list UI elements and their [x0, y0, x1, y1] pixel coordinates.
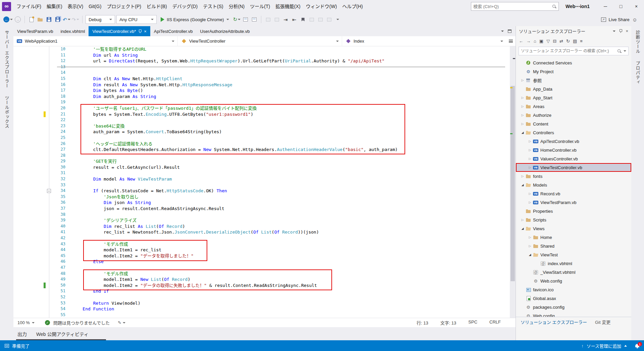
document-tab[interactable]: ApiTestController.vb	[150, 26, 197, 36]
tree-expand-icon[interactable]: ▷	[520, 113, 525, 117]
tree-item[interactable]: ▷Shared	[516, 242, 631, 250]
tree-item[interactable]: Properties	[516, 207, 631, 215]
close-icon[interactable]: ×	[144, 29, 147, 34]
menu-item[interactable]: テスト(S)	[200, 0, 226, 13]
background-tasks-icon[interactable]	[5, 344, 9, 348]
menu-item[interactable]: 表示(V)	[65, 0, 86, 13]
close-button[interactable]: ×	[629, 0, 644, 13]
comment-button[interactable]: ⇥	[282, 15, 289, 24]
tree-item[interactable]: Web.config	[516, 311, 631, 317]
tree-item[interactable]: ▷Scripts	[516, 215, 631, 224]
tree-item[interactable]: ▷fonts	[516, 172, 631, 181]
properties-icon[interactable]: ≡	[580, 39, 583, 43]
navigate-backward-code-button[interactable]	[273, 15, 280, 24]
tree-item[interactable]: ▷HomeController.vb	[516, 146, 631, 154]
save-all-button[interactable]	[54, 15, 61, 24]
nav-forward-icon[interactable]: →	[526, 39, 531, 43]
pending-filter-icon[interactable]: ▽	[546, 39, 550, 43]
menu-item[interactable]: 編集(E)	[44, 0, 65, 13]
quick-search-box[interactable]	[471, 2, 559, 11]
tool-window-tab[interactable]: サーバー エクスプローラー	[4, 30, 10, 88]
tree-item[interactable]: favicon.ico	[516, 285, 631, 294]
find-in-files-button[interactable]	[264, 15, 272, 24]
pin-icon[interactable]	[619, 29, 622, 33]
open-file-button[interactable]	[37, 15, 44, 24]
restart-button[interactable]: ↻	[233, 15, 241, 24]
refresh-icon[interactable]: ↻	[566, 39, 570, 43]
panel-tab[interactable]: 出力	[17, 331, 27, 337]
tree-expand-icon[interactable]: ▷	[520, 174, 525, 178]
tree-expand-icon[interactable]: ▷	[527, 244, 533, 248]
collapse-region-button[interactable]	[47, 189, 51, 193]
tree-expand-icon[interactable]: ▷	[520, 96, 525, 99]
tree-expand-icon[interactable]: ◢	[520, 183, 525, 187]
expand-up-icon[interactable]	[624, 345, 627, 347]
tree-item[interactable]: Global.asax	[516, 294, 631, 303]
line-ending-indicator[interactable]: CRLF	[489, 319, 501, 326]
uncomment-button[interactable]: ⇤	[290, 15, 298, 24]
maximize-button[interactable]: □	[613, 0, 629, 13]
tree-expand-icon[interactable]: ▷	[527, 192, 533, 195]
solution-search-box[interactable]	[519, 47, 629, 55]
tree-item[interactable]: ▷ApiTestController.vb	[516, 137, 631, 146]
float-window-icon[interactable]	[508, 30, 512, 33]
document-tab[interactable]: UserAuthorizeAttribute.vb	[196, 26, 253, 36]
tree-expand-icon[interactable]: ▷	[527, 236, 533, 239]
tree-expand-icon[interactable]: ▷	[520, 122, 525, 126]
tree-item[interactable]: ▷ViewTestController.vb	[516, 163, 631, 172]
tree-item[interactable]: ▷Authorize	[516, 111, 631, 119]
tree-expand-icon[interactable]: ▷	[527, 140, 533, 143]
split-editor-button[interactable]	[506, 36, 516, 46]
tree-item[interactable]: ▷Content	[516, 119, 631, 128]
tree-item[interactable]: ◢Models	[516, 181, 631, 189]
nav-back-icon[interactable]: ←	[519, 39, 523, 43]
tool-window-tab[interactable]: 診断ツール	[635, 30, 641, 54]
solution-explorer-header[interactable]: ソリューション エクスプローラー ×	[516, 26, 631, 36]
window-position-icon[interactable]	[613, 31, 615, 32]
class-dropdown[interactable]: ViewTestController	[178, 36, 342, 46]
switch-views-icon[interactable]: ▣	[539, 39, 543, 43]
active-files-dropdown-icon[interactable]	[501, 31, 504, 32]
menu-item[interactable]: デバッグ(D)	[170, 0, 200, 13]
solution-search-input[interactable]	[521, 49, 615, 53]
indentation-indicator[interactable]: SPC	[468, 319, 477, 326]
tree-item[interactable]: _ViewStart.vbhtml	[516, 268, 631, 277]
live-share-button[interactable]: Live Share	[609, 17, 630, 22]
tool-window-tab[interactable]: プロパティ	[635, 61, 641, 85]
minimize-button[interactable]: ─	[598, 0, 613, 13]
column-indicator[interactable]: 文字: 13	[440, 319, 457, 326]
redo-button[interactable]: ↷	[72, 15, 79, 24]
member-dropdown[interactable]: Index	[342, 36, 506, 46]
tree-item[interactable]: index.vbhtml	[516, 259, 631, 268]
browser-link-button[interactable]	[242, 15, 249, 24]
menu-item[interactable]: ヘルプ(H)	[339, 0, 365, 13]
tree-expand-icon[interactable]: ▷	[520, 218, 525, 221]
document-tab[interactable]: index.vbhtml	[57, 26, 89, 36]
collapse-all-icon[interactable]: ⊟	[553, 39, 556, 43]
menu-item[interactable]: ビルド(B)	[144, 0, 170, 13]
home-icon[interactable]: ⌂	[534, 39, 536, 43]
sync-active-icon[interactable]: ⇄	[559, 39, 563, 43]
menu-item[interactable]: ウィンドウ(W)	[303, 0, 340, 13]
tool-window-tab[interactable]: ツールボックス	[4, 96, 10, 129]
tree-expand-icon[interactable]: ▷	[527, 157, 533, 160]
show-all-files-icon[interactable]: ▤	[573, 39, 577, 43]
start-debugging-button[interactable]: IIS Express (Google Chrome)	[158, 15, 232, 24]
line-indicator[interactable]: 行: 13	[417, 319, 428, 326]
tree-expand-icon[interactable]: ◢	[520, 227, 525, 230]
tree-item[interactable]: packages.config	[516, 303, 631, 311]
add-to-source-control-button[interactable]: ソース管理に追加	[587, 343, 621, 349]
navigate-forward-button[interactable]: →	[14, 15, 21, 24]
tool-window-footer-tab[interactable]: Git 変更	[592, 317, 614, 327]
tree-expand-icon[interactable]: ▷	[527, 148, 533, 152]
zoom-control[interactable]: 100 %	[17, 320, 42, 325]
panel-tab[interactable]: Web 公開アクティビティ	[36, 331, 89, 337]
menu-item[interactable]: ツール(T)	[247, 0, 273, 13]
document-tab[interactable]: ViewTestController.vb*×	[89, 26, 150, 36]
tree-item[interactable]: ▷Record.vb	[516, 189, 631, 198]
previous-bookmark-button[interactable]	[308, 15, 315, 24]
tree-expand-icon[interactable]: ◢	[527, 253, 533, 256]
pin-icon[interactable]	[138, 29, 142, 34]
tool-window-footer-tab[interactable]: ソリューション エクスプローラー	[517, 317, 590, 327]
notifications-bell-icon[interactable]: 1	[635, 344, 639, 347]
